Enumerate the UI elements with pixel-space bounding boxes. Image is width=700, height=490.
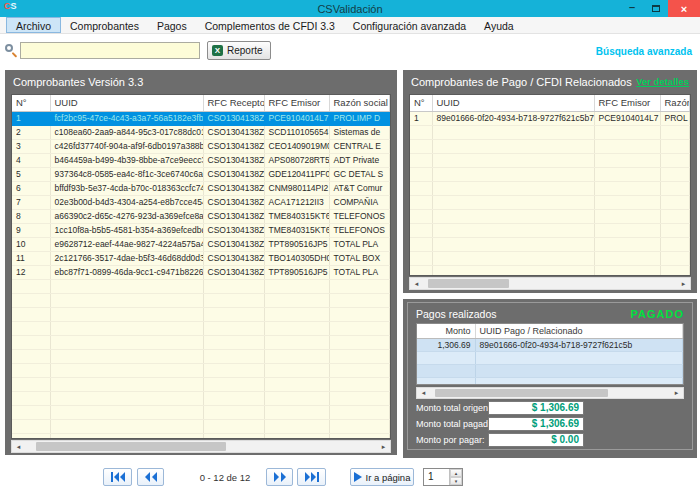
table-row[interactable] [12, 335, 390, 349]
table-row[interactable] [12, 293, 390, 307]
col-razon-social[interactable]: Razón social [329, 95, 390, 111]
scroll-left-arrow-icon[interactable]: ◂ [417, 388, 430, 398]
scroll-track[interactable] [25, 441, 377, 452]
table-row[interactable] [12, 349, 390, 363]
next-page-button[interactable] [266, 468, 293, 486]
table-row[interactable]: 2c108ea60-2aa9-a844-95c3-017c88dc0115CSO… [12, 125, 390, 139]
table-row[interactable]: 6bffdf93b-5e37-4cda-b70c-018363ccfc74CSO… [12, 181, 390, 195]
scroll-right-arrow-icon[interactable]: ▸ [377, 441, 390, 452]
pagos-table-hscrollbar[interactable]: ◂ ▸ [416, 387, 684, 399]
total-pagado-label: Monto total pagado: [416, 417, 488, 431]
menu-ayuda[interactable]: Ayuda [475, 17, 523, 33]
scroll-thumb[interactable] [435, 389, 608, 397]
cell [329, 433, 390, 439]
table-row[interactable] [417, 351, 683, 364]
total-por-pagar-value[interactable]: $ 0.00 [488, 433, 584, 447]
table-row[interactable] [410, 237, 690, 251]
table-row[interactable]: 1,306.6989e01666-0f20-4934-b718-9727f621… [417, 338, 683, 351]
table-row[interactable] [12, 433, 390, 439]
col-uuid-pago[interactable]: UUID Pago / Relacionado [475, 324, 683, 338]
menu-comprobantes[interactable]: Comprobantes [61, 17, 148, 33]
scroll-thumb[interactable] [428, 279, 509, 288]
table-row[interactable] [410, 167, 690, 181]
total-origen-value[interactable]: $ 1,306.69 [488, 401, 584, 415]
minimize-button[interactable]: – [620, 0, 644, 17]
table-row[interactable] [12, 279, 390, 293]
col-rfc-emisor[interactable]: RFC Emisor [594, 95, 660, 111]
table-row[interactable] [12, 307, 390, 321]
col-monto[interactable]: Monto [417, 324, 475, 338]
table-row[interactable] [410, 265, 690, 276]
col-numero[interactable]: N° [12, 95, 50, 111]
search-input[interactable] [20, 42, 200, 59]
cell [264, 391, 329, 405]
scroll-track[interactable] [430, 388, 670, 398]
table-row[interactable]: 3c426fd37740f-904a-af9f-6db0197a388bCSO1… [12, 139, 390, 153]
table-row[interactable] [410, 251, 690, 265]
table-row[interactable] [410, 195, 690, 209]
scroll-left-arrow-icon[interactable]: ◂ [410, 278, 423, 289]
table-row[interactable]: 4b464459a-b499-4b39-8bbe-a7ce9eecc3bfCSO… [12, 153, 390, 167]
table-row[interactable] [12, 391, 390, 405]
table-row[interactable]: 10e9628712-eaef-44ae-9827-4224a575a46eCS… [12, 237, 390, 251]
table-row[interactable] [417, 364, 683, 377]
spinner-up-icon[interactable]: ▴ [450, 469, 462, 477]
first-page-button[interactable] [103, 468, 132, 486]
scroll-track[interactable] [423, 278, 677, 289]
table-row[interactable] [410, 181, 690, 195]
table-row[interactable]: 8a66390c2-d65c-4276-923d-a369efce8a12CSO… [12, 209, 390, 223]
last-page-button[interactable] [297, 468, 326, 486]
cell [264, 405, 329, 419]
table-row[interactable] [12, 321, 390, 335]
report-button[interactable]: X Reporte [207, 41, 271, 60]
col-uuid[interactable]: UUID [50, 95, 203, 111]
go-to-page-button[interactable]: Ir a página [350, 468, 414, 486]
table-row[interactable]: 12ebc87f71-0899-46da-9cc1-c9471b8226aeCS… [12, 265, 390, 279]
table-row[interactable] [12, 363, 390, 377]
col-numero[interactable]: N° [410, 95, 432, 111]
table-row[interactable] [410, 125, 690, 139]
cell: CSO1304138Z0 [203, 167, 264, 181]
table-row[interactable] [410, 209, 690, 223]
previous-page-button[interactable] [137, 468, 164, 486]
total-pagado-value[interactable]: $ 1,306.69 [488, 417, 584, 431]
page-number-value[interactable]: 1 [424, 469, 449, 485]
table-row[interactable] [12, 419, 390, 433]
menu-configuracion-avanzada[interactable]: Configuración avanzada [344, 17, 475, 33]
cell: 11 [12, 251, 50, 265]
scroll-right-arrow-icon[interactable]: ▸ [677, 278, 690, 289]
scroll-thumb[interactable] [36, 442, 226, 451]
table-row[interactable] [410, 223, 690, 237]
col-uuid[interactable]: UUID [432, 95, 594, 111]
table-row[interactable] [12, 405, 390, 419]
table-row[interactable] [410, 139, 690, 153]
spinner-down-icon[interactable]: ▾ [450, 477, 462, 485]
ver-detalles-link[interactable]: Ver detalles [636, 76, 689, 87]
close-button[interactable]: × [668, 0, 700, 17]
maximize-button[interactable] [644, 0, 668, 17]
menu-complementos-cfdi[interactable]: Complementos de CFDI 3.3 [196, 17, 344, 33]
table-row[interactable]: 91cc10f8a-b5b5-4581-b354-a369efcedbd6CSO… [12, 223, 390, 237]
menu-archivo[interactable]: Archivo [6, 17, 61, 33]
table-row[interactable]: 702e3b00d-b4d3-4304-a254-e8b7cce454a1CSO… [12, 195, 390, 209]
table-row[interactable] [12, 377, 390, 391]
table-row[interactable]: 5937364c8-0585-ea4c-8f1c-3ce6740c6a59CSO… [12, 167, 390, 181]
cell [660, 265, 690, 276]
cell: SCD110105654 [264, 125, 329, 139]
col-razon[interactable]: Razón [660, 95, 690, 111]
advanced-search-link[interactable]: Búsqueda avanzada [596, 46, 692, 57]
pagos-cfdi-table: N° UUID RFC Emisor Razón 189e01666-0f20-… [409, 94, 691, 276]
left-table-hscrollbar[interactable]: ◂ ▸ [11, 440, 391, 453]
table-row[interactable] [417, 377, 683, 385]
page-number-spinner[interactable]: 1 ▴ ▾ [423, 468, 463, 486]
table-row[interactable]: 112c121766-3517-4dae-b5f3-46d68dd0d3bcCS… [12, 251, 390, 265]
col-rfc-receptor[interactable]: RFC Receptor [203, 95, 264, 111]
scroll-left-arrow-icon[interactable]: ◂ [12, 441, 25, 452]
table-row[interactable]: 1fcf2bc95-47ce-4c43-a3a7-56a5182e3fb6CSO… [12, 111, 390, 125]
menu-pagos[interactable]: Pagos [148, 17, 196, 33]
right-table-hscrollbar[interactable]: ◂ ▸ [409, 277, 691, 290]
table-row[interactable] [410, 153, 690, 167]
table-row[interactable]: 189e01666-0f20-4934-b718-9727f621c5b7PCE… [410, 111, 690, 125]
col-rfc-emisor[interactable]: RFC Emisor [264, 95, 329, 111]
scroll-right-arrow-icon[interactable]: ▸ [670, 388, 683, 398]
